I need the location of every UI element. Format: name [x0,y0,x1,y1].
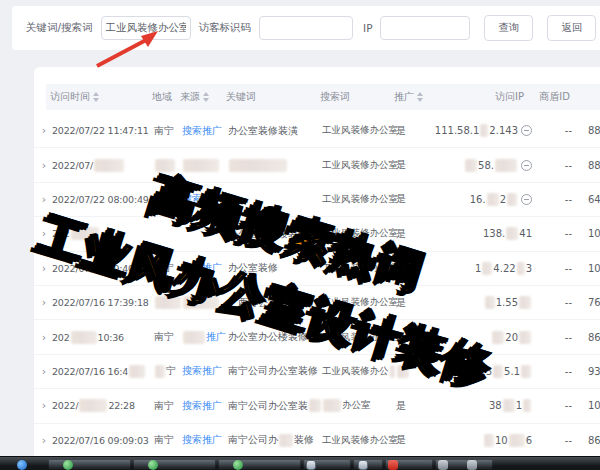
extra-id-cell: 103 [588,228,600,239]
row-expander-icon[interactable]: › [36,399,52,412]
region-cell: 宁 [152,364,182,378]
row-expander-icon[interactable]: › [36,331,52,344]
region-cell: 南宁 [152,124,182,138]
source-link[interactable]: 搜索推广 [182,124,228,138]
extra-id-cell: 104 [588,263,600,274]
keyword-cell: 南宁公司办装修 [228,433,322,447]
row-expander-icon[interactable]: › [36,262,52,275]
visit-ip-cell: 111.58.12.143 [416,124,532,137]
query-button[interactable]: 查询 [484,15,533,41]
shield-id-cell: -- [532,400,572,411]
shield-id-cell: -- [532,297,572,308]
visitor-id-input[interactable] [259,16,353,40]
sort-icon[interactable] [93,92,99,102]
promotion-cell [396,365,416,378]
header-source[interactable]: 来源 [180,90,226,104]
region-cell: 南宁 [152,433,182,447]
ie-taskbar-icon[interactable] [17,460,27,470]
row-expander-icon[interactable]: › [36,365,52,378]
globe-taskbar-icon[interactable] [148,460,158,470]
search-term-cell: 工业风装修办公室 [322,124,396,137]
redaction-blur [519,331,531,344]
redaction-blur [523,399,531,412]
keyword-input[interactable] [101,16,191,40]
redaction-blur [517,262,525,275]
header-visit-time[interactable]: 访问时间 [50,90,150,104]
shield-id-cell: -- [532,160,572,171]
back-button[interactable]: 返回 [547,15,596,41]
globe-taskbar-icon[interactable] [63,460,73,470]
globe-taskbar-icon[interactable] [233,460,243,470]
visit-time-cell: 2022/07/16 16:4 [52,365,152,378]
redaction-blur [495,159,517,172]
source-link[interactable]: 推广 [182,330,228,344]
visit-ip-cell: 35.1 [416,365,532,378]
visitor-id-label: 访客标识码 [199,21,252,35]
keyword-cell: 南宁公司办公室装修 [228,364,322,378]
search-term-cell: 工业风装修办公 [322,365,396,378]
table-header: 访问时间 地域 来源 关键词 搜索词 推广 访问IP 商盾ID [46,84,600,110]
taskbar-button[interactable] [133,459,216,470]
redaction-blur [183,296,219,309]
promotion-cell: 是 [396,158,416,172]
search-term-cell: 工业风装修办公室 [322,159,396,172]
header-promotion[interactable]: 推广 [394,90,414,104]
source-link[interactable] [182,159,228,172]
row-expander-icon[interactable]: › [36,193,52,206]
source-link[interactable]: 搜索推广 [182,433,228,447]
red-taskbar-icon[interactable] [388,460,398,470]
header-keyword: 关键词 [226,90,320,104]
source-link[interactable] [182,296,228,309]
redaction-blur [493,365,503,378]
table-row: ›2022/07/22 11:47:11南宁搜索推广办公室装修装潢工业风装修办公… [34,114,600,148]
table-row: ›2022/07/22 08:00:49南宁搜索推广工业风装修办公室是16.2-… [34,183,600,217]
search-term-cell: 工业风装修办公室 [322,262,396,275]
source-link[interactable]: 搜索推广 [182,364,228,378]
region-cell [152,296,182,309]
extra-id-cell: 93 [588,366,600,377]
row-expander-icon[interactable]: › [36,296,52,309]
keyword-cell: 办公室办公楼装修 [228,227,322,241]
row-expander-icon[interactable]: › [36,124,52,137]
window-taskbar-icon[interactable] [358,460,368,470]
table-row: ›2022/07/16 19:40:19南宁搜索推广办公室装修工业风装修办公室是… [34,252,600,286]
results-panel: 访问时间 地域 来源 关键词 搜索词 推广 访问IP 商盾ID ›2022/07… [34,67,600,470]
visit-ip-cell: 381 [416,399,532,412]
visit-time-cell: 2022/07/ [52,159,152,172]
extra-id-cell: 64 [588,194,600,205]
ip-input[interactable] [380,16,470,40]
redaction-blur [484,434,494,447]
source-link[interactable]: 搜索推广 [182,399,228,413]
shield-id-cell: -- [532,332,572,343]
redaction-blur [94,159,124,172]
redaction-blur [509,434,525,447]
promotion-cell: 是 [396,227,416,241]
redaction-blur [482,262,492,275]
gray-taskbar-icon[interactable] [438,460,448,470]
redaction-blur [480,124,488,137]
block-ip-icon[interactable] [521,125,532,136]
source-link[interactable]: 搜索推广 [182,192,228,206]
visit-ip-cell: 58. [416,159,532,172]
table-row: ›2022/07/16 17:39:18广西办公室装修工业风装修办公室是1.55… [34,286,600,320]
visit-ip-cell: 106 [416,434,532,447]
source-link[interactable]: 搜索推广 [182,261,228,275]
block-ip-icon[interactable] [521,194,532,205]
promotion-cell: 是 [396,124,416,138]
promotion-cell: 是 [396,192,416,206]
row-expander-icon[interactable]: › [36,227,52,240]
gray-taskbar-icon[interactable] [467,460,477,470]
redaction-blur [506,227,518,240]
redaction-blur [79,399,107,412]
block-ip-icon[interactable] [521,160,532,171]
row-expander-icon[interactable]: › [36,434,52,447]
redaction-blur [229,159,287,172]
taskbar-button[interactable] [218,459,301,470]
table-row: ›2022/07/工业风装修办公室是58.--88 [34,148,600,182]
row-expander-icon[interactable]: › [36,159,52,172]
table-row: ›2022/07/16 09:09:03南宁搜索推广南宁公司办装修工业风装修办公… [34,424,600,458]
redaction-blur [183,159,219,172]
taskbar-button[interactable] [48,459,131,470]
sort-icon[interactable] [203,92,209,102]
window-taskbar-icon[interactable] [306,460,316,470]
